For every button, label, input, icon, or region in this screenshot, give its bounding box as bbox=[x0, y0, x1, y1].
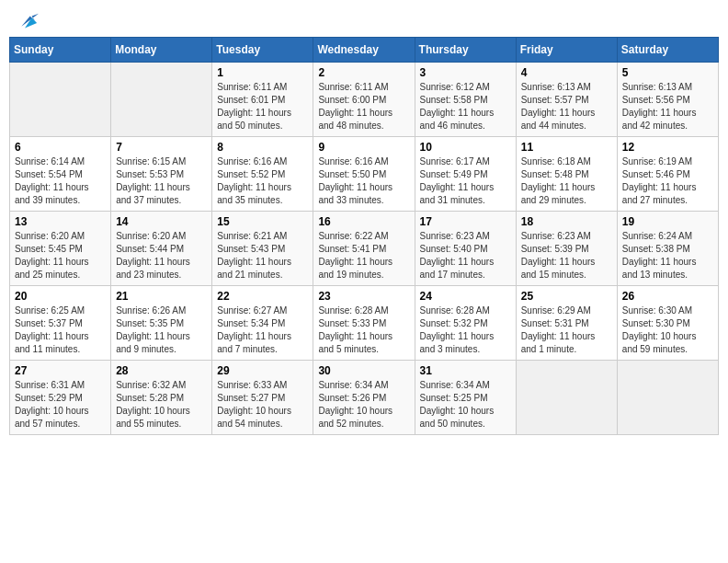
day-info: Sunrise: 6:22 AMSunset: 5:41 PMDaylight:… bbox=[318, 230, 409, 282]
calendar-cell: 31Sunrise: 6:34 AMSunset: 5:25 PMDayligh… bbox=[415, 361, 516, 435]
day-info: Sunrise: 6:15 AMSunset: 5:53 PMDaylight:… bbox=[116, 155, 207, 207]
day-number: 2 bbox=[318, 66, 409, 79]
day-info: Sunrise: 6:17 AMSunset: 5:49 PMDaylight:… bbox=[420, 155, 511, 207]
calendar-cell: 22Sunrise: 6:27 AMSunset: 5:34 PMDayligh… bbox=[212, 286, 313, 361]
day-info: Sunrise: 6:32 AMSunset: 5:28 PMDaylight:… bbox=[116, 379, 207, 431]
day-info: Sunrise: 6:24 AMSunset: 5:38 PMDaylight:… bbox=[622, 230, 713, 282]
day-info: Sunrise: 6:30 AMSunset: 5:30 PMDaylight:… bbox=[622, 304, 713, 356]
day-number: 7 bbox=[116, 141, 207, 154]
calendar-cell: 16Sunrise: 6:22 AMSunset: 5:41 PMDayligh… bbox=[313, 212, 415, 286]
calendar-cell: 9Sunrise: 6:16 AMSunset: 5:50 PMDaylight… bbox=[313, 137, 415, 212]
day-number: 11 bbox=[521, 141, 612, 154]
calendar-cell: 29Sunrise: 6:33 AMSunset: 5:27 PMDayligh… bbox=[212, 361, 313, 435]
calendar-week-1: 1Sunrise: 6:11 AMSunset: 6:01 PMDaylight… bbox=[10, 63, 719, 137]
day-number: 17 bbox=[420, 215, 511, 228]
day-info: Sunrise: 6:28 AMSunset: 5:32 PMDaylight:… bbox=[420, 304, 511, 356]
day-info: Sunrise: 6:11 AMSunset: 6:01 PMDaylight:… bbox=[217, 81, 308, 132]
calendar-cell: 27Sunrise: 6:31 AMSunset: 5:29 PMDayligh… bbox=[10, 361, 111, 435]
calendar-cell: 5Sunrise: 6:13 AMSunset: 5:56 PMDaylight… bbox=[617, 63, 718, 137]
calendar-cell: 28Sunrise: 6:32 AMSunset: 5:28 PMDayligh… bbox=[111, 361, 212, 435]
day-info: Sunrise: 6:26 AMSunset: 5:35 PMDaylight:… bbox=[116, 304, 207, 356]
day-number: 9 bbox=[318, 141, 409, 154]
calendar-cell: 10Sunrise: 6:17 AMSunset: 5:49 PMDayligh… bbox=[415, 137, 516, 212]
day-number: 19 bbox=[622, 215, 713, 228]
day-header-tuesday: Tuesday bbox=[212, 38, 313, 63]
calendar-week-2: 6Sunrise: 6:14 AMSunset: 5:54 PMDaylight… bbox=[10, 137, 719, 212]
day-number: 30 bbox=[318, 364, 409, 377]
day-number: 28 bbox=[116, 364, 207, 377]
day-info: Sunrise: 6:23 AMSunset: 5:40 PMDaylight:… bbox=[420, 230, 511, 282]
day-info: Sunrise: 6:20 AMSunset: 5:45 PMDaylight:… bbox=[15, 230, 106, 282]
calendar-cell: 15Sunrise: 6:21 AMSunset: 5:43 PMDayligh… bbox=[212, 212, 313, 286]
day-info: Sunrise: 6:23 AMSunset: 5:39 PMDaylight:… bbox=[521, 230, 612, 282]
logo bbox=[9, 9, 39, 29]
day-number: 24 bbox=[420, 290, 511, 303]
day-info: Sunrise: 6:16 AMSunset: 5:50 PMDaylight:… bbox=[318, 155, 409, 207]
day-info: Sunrise: 6:28 AMSunset: 5:33 PMDaylight:… bbox=[318, 304, 409, 356]
calendar-cell: 2Sunrise: 6:11 AMSunset: 6:00 PMDaylight… bbox=[313, 63, 415, 137]
day-number: 3 bbox=[420, 66, 511, 79]
day-number: 25 bbox=[521, 290, 612, 303]
day-header-thursday: Thursday bbox=[415, 38, 516, 63]
calendar-cell: 25Sunrise: 6:29 AMSunset: 5:31 PMDayligh… bbox=[516, 286, 617, 361]
calendar-cell: 17Sunrise: 6:23 AMSunset: 5:40 PMDayligh… bbox=[415, 212, 516, 286]
calendar-cell bbox=[111, 63, 212, 137]
calendar-cell: 12Sunrise: 6:19 AMSunset: 5:46 PMDayligh… bbox=[617, 137, 718, 212]
day-number: 20 bbox=[15, 290, 106, 303]
day-number: 15 bbox=[217, 215, 308, 228]
calendar-cell: 26Sunrise: 6:30 AMSunset: 5:30 PMDayligh… bbox=[617, 286, 718, 361]
day-number: 1 bbox=[217, 66, 308, 79]
day-info: Sunrise: 6:18 AMSunset: 5:48 PMDaylight:… bbox=[521, 155, 612, 207]
day-info: Sunrise: 6:19 AMSunset: 5:46 PMDaylight:… bbox=[622, 155, 713, 207]
day-header-saturday: Saturday bbox=[617, 38, 718, 63]
day-number: 21 bbox=[116, 290, 207, 303]
day-header-friday: Friday bbox=[516, 38, 617, 63]
day-number: 5 bbox=[622, 66, 713, 79]
calendar-header: SundayMondayTuesdayWednesdayThursdayFrid… bbox=[10, 38, 719, 63]
day-info: Sunrise: 6:16 AMSunset: 5:52 PMDaylight:… bbox=[217, 155, 308, 207]
calendar-cell: 18Sunrise: 6:23 AMSunset: 5:39 PMDayligh… bbox=[516, 212, 617, 286]
calendar-cell bbox=[10, 63, 111, 137]
day-info: Sunrise: 6:20 AMSunset: 5:44 PMDaylight:… bbox=[116, 230, 207, 282]
day-number: 29 bbox=[217, 364, 308, 377]
logo-icon bbox=[13, 9, 39, 35]
calendar-cell: 3Sunrise: 6:12 AMSunset: 5:58 PMDaylight… bbox=[415, 63, 516, 137]
day-number: 18 bbox=[521, 215, 612, 228]
calendar-cell: 7Sunrise: 6:15 AMSunset: 5:53 PMDaylight… bbox=[111, 137, 212, 212]
calendar-week-4: 20Sunrise: 6:25 AMSunset: 5:37 PMDayligh… bbox=[10, 286, 719, 361]
calendar-cell bbox=[617, 361, 718, 435]
day-number: 8 bbox=[217, 141, 308, 154]
calendar-cell: 11Sunrise: 6:18 AMSunset: 5:48 PMDayligh… bbox=[516, 137, 617, 212]
day-info: Sunrise: 6:13 AMSunset: 5:56 PMDaylight:… bbox=[622, 81, 713, 132]
day-info: Sunrise: 6:27 AMSunset: 5:34 PMDaylight:… bbox=[217, 304, 308, 356]
calendar-table: SundayMondayTuesdayWednesdayThursdayFrid… bbox=[9, 37, 719, 435]
calendar-week-3: 13Sunrise: 6:20 AMSunset: 5:45 PMDayligh… bbox=[10, 212, 719, 286]
day-info: Sunrise: 6:34 AMSunset: 5:25 PMDaylight:… bbox=[420, 379, 511, 431]
day-info: Sunrise: 6:29 AMSunset: 5:31 PMDaylight:… bbox=[521, 304, 612, 356]
calendar-cell: 23Sunrise: 6:28 AMSunset: 5:33 PMDayligh… bbox=[313, 286, 415, 361]
day-info: Sunrise: 6:25 AMSunset: 5:37 PMDaylight:… bbox=[15, 304, 106, 356]
day-number: 27 bbox=[15, 364, 106, 377]
calendar-cell bbox=[516, 361, 617, 435]
calendar-cell: 14Sunrise: 6:20 AMSunset: 5:44 PMDayligh… bbox=[111, 212, 212, 286]
day-header-wednesday: Wednesday bbox=[313, 38, 415, 63]
day-info: Sunrise: 6:21 AMSunset: 5:43 PMDaylight:… bbox=[217, 230, 308, 282]
calendar-cell: 13Sunrise: 6:20 AMSunset: 5:45 PMDayligh… bbox=[10, 212, 111, 286]
calendar-cell: 20Sunrise: 6:25 AMSunset: 5:37 PMDayligh… bbox=[10, 286, 111, 361]
calendar-cell: 4Sunrise: 6:13 AMSunset: 5:57 PMDaylight… bbox=[516, 63, 617, 137]
calendar-cell: 24Sunrise: 6:28 AMSunset: 5:32 PMDayligh… bbox=[415, 286, 516, 361]
day-header-monday: Monday bbox=[111, 38, 212, 63]
calendar-cell: 6Sunrise: 6:14 AMSunset: 5:54 PMDaylight… bbox=[10, 137, 111, 212]
calendar-week-5: 27Sunrise: 6:31 AMSunset: 5:29 PMDayligh… bbox=[10, 361, 719, 435]
day-info: Sunrise: 6:14 AMSunset: 5:54 PMDaylight:… bbox=[15, 155, 106, 207]
day-number: 12 bbox=[622, 141, 713, 154]
calendar-cell: 8Sunrise: 6:16 AMSunset: 5:52 PMDaylight… bbox=[212, 137, 313, 212]
day-number: 6 bbox=[15, 141, 106, 154]
calendar-body: 1Sunrise: 6:11 AMSunset: 6:01 PMDaylight… bbox=[10, 63, 719, 435]
svg-marker-1 bbox=[25, 17, 37, 28]
day-info: Sunrise: 6:31 AMSunset: 5:29 PMDaylight:… bbox=[15, 379, 106, 431]
day-number: 31 bbox=[420, 364, 511, 377]
page-header bbox=[9, 9, 719, 29]
day-number: 23 bbox=[318, 290, 409, 303]
day-header-sunday: Sunday bbox=[10, 38, 111, 63]
